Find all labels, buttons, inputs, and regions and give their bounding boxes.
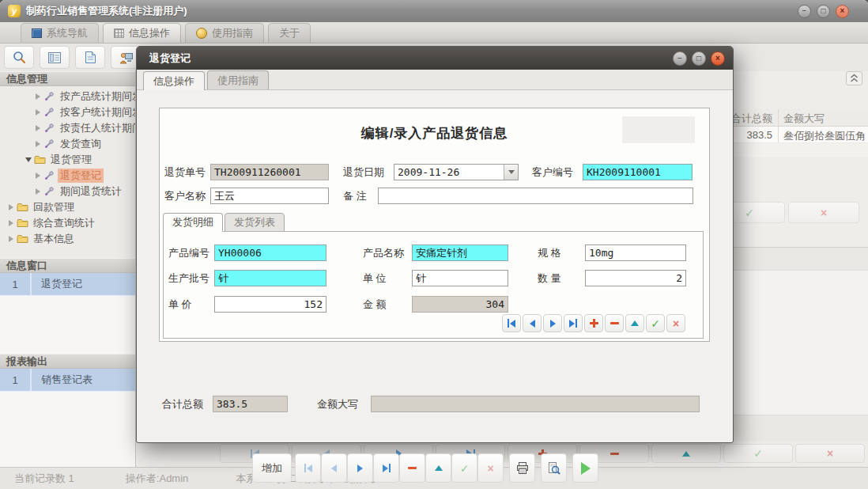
dialog-close-button[interactable]: × <box>711 51 725 66</box>
tree-item-label: 按责任人统计期间发货 <box>58 121 136 135</box>
nav-last-button[interactable] <box>564 314 583 332</box>
tree-item[interactable]: 综合查询统计 <box>0 215 136 231</box>
chevrons-up-icon <box>850 74 859 83</box>
cancel-button[interactable]: × <box>666 314 685 332</box>
nav-first-button[interactable] <box>295 453 321 483</box>
report-output-list: 1销售登记表 <box>0 369 136 467</box>
run-button[interactable] <box>572 453 598 483</box>
product-no-field[interactable] <box>214 244 326 261</box>
nav-next-button[interactable] <box>347 453 373 483</box>
total-amount-label: 合计总额 <box>162 396 203 412</box>
tab-shipping-detail[interactable]: 发货明细 <box>163 213 223 232</box>
move-up-button[interactable] <box>425 453 451 483</box>
nav-next-button[interactable] <box>543 314 562 332</box>
return-no-label: 退货单号 <box>164 164 206 180</box>
collapse-panel-button[interactable] <box>846 71 862 85</box>
nav-first-button[interactable] <box>502 314 521 332</box>
nav-prev-button[interactable] <box>523 314 542 332</box>
bg-cancel-button[interactable]: × <box>788 202 859 223</box>
product-name-field[interactable] <box>412 244 508 261</box>
dialog-tab-user-guide[interactable]: 使用指南 <box>207 70 269 89</box>
amount-caps-field[interactable] <box>371 396 700 412</box>
application-window: y 制药行业销售管理系统(非注册用户) − □ × 系统导航 信息操作 使用指南… <box>0 0 868 489</box>
customer-name-field[interactable] <box>210 188 329 204</box>
folder-icon <box>17 203 28 212</box>
cancel-button[interactable]: × <box>477 453 504 483</box>
dropdown-arrow-icon[interactable] <box>504 165 518 180</box>
nav-prev-button[interactable] <box>321 453 347 483</box>
tree-item-label: 基本信息 <box>31 232 77 246</box>
tree-item[interactable]: 期间退货统计 <box>0 184 136 199</box>
expander-icon[interactable] <box>33 109 43 116</box>
expander-icon[interactable] <box>6 220 16 226</box>
section-header-report-output[interactable]: 报表输出 <box>0 354 136 369</box>
cancel-button[interactable]: × <box>795 444 865 463</box>
delete-record-button[interactable] <box>605 314 624 332</box>
return-date-dropdown[interactable] <box>394 164 519 180</box>
tree-item[interactable]: 按客户统计期间发货 <box>0 104 136 120</box>
list-item-index: 1 <box>0 273 32 295</box>
customer-no-field[interactable] <box>583 164 693 180</box>
expander-icon[interactable] <box>24 157 33 162</box>
customer-name-label: 客户名称 <box>164 188 206 204</box>
dialog-titlebar: 退货登记 − □ × <box>137 47 733 70</box>
tree-item[interactable]: 按产品统计期间发货 <box>0 89 136 104</box>
section-header-info-mgmt[interactable]: 信息管理 <box>0 71 135 86</box>
detail-panel: 产品编号 产品名称 规 格 生产批号 单 位 数 量 单 价 金 额 <box>163 231 704 339</box>
unit-label: 单 位 <box>363 270 387 286</box>
print-button[interactable] <box>509 453 535 483</box>
amount-field[interactable] <box>412 296 508 313</box>
section-header-info-window[interactable]: 信息窗口 <box>0 258 136 273</box>
tree-item-label: 发货查询 <box>58 137 104 151</box>
quantity-field[interactable] <box>585 270 686 286</box>
unit-price-field[interactable] <box>214 296 326 313</box>
tree-item[interactable]: 按责任人统计期间发货 <box>0 120 136 136</box>
add-record-button[interactable] <box>584 314 603 332</box>
expander-icon[interactable] <box>33 188 43 195</box>
tree-item[interactable]: 回款管理 <box>0 199 136 215</box>
confirm-button[interactable]: ✓ <box>646 314 665 332</box>
tree-item[interactable]: 退货登记 <box>0 168 136 184</box>
nav-last-button[interactable] <box>373 453 399 483</box>
expander-icon[interactable] <box>33 172 43 179</box>
tab-shipping-list[interactable]: 发货列表 <box>225 213 285 232</box>
folder-icon <box>17 218 28 228</box>
tree-item[interactable]: 发货查询 <box>0 136 136 152</box>
return-date-field[interactable] <box>394 165 504 180</box>
form-heading: 编辑/录入产品退货信息 <box>160 124 709 142</box>
dialog-tab-info-operation[interactable]: 信息操作 <box>143 71 205 90</box>
spec-field[interactable] <box>585 244 686 261</box>
expander-icon[interactable] <box>33 93 43 100</box>
tree-item[interactable]: 基本信息 <box>0 231 136 247</box>
expander-icon[interactable] <box>6 236 16 242</box>
return-no-field[interactable] <box>210 164 329 180</box>
tool-icon <box>43 108 55 117</box>
expander-icon[interactable] <box>33 125 43 131</box>
move-up-button[interactable] <box>625 314 644 332</box>
list-item[interactable]: 1退货登记 <box>0 273 136 296</box>
confirm-button[interactable]: ✓ <box>451 453 477 483</box>
dialog-maximize-button[interactable]: □ <box>692 51 706 66</box>
tree-item-label: 退货管理 <box>48 153 94 167</box>
expander-icon[interactable] <box>33 141 43 147</box>
tree-item-label: 退货登记 <box>58 169 104 183</box>
tool-icon <box>44 187 54 196</box>
dialog-title: 退货登记 <box>149 51 191 66</box>
confirm-button[interactable]: ✓ <box>723 444 793 463</box>
dialog-minimize-button[interactable]: − <box>673 51 687 66</box>
batch-no-field[interactable] <box>214 270 326 286</box>
add-button[interactable]: 增加 <box>252 453 292 483</box>
print-preview-button[interactable] <box>541 453 567 483</box>
delete-record-button[interactable] <box>399 453 425 483</box>
product-name-label: 产品名称 <box>363 244 404 261</box>
tree-item[interactable]: 退货管理 <box>0 152 136 168</box>
grid-header-caps: 金额大写 <box>779 109 868 126</box>
list-item[interactable]: 1销售登记表 <box>0 369 136 392</box>
unit-field[interactable] <box>412 270 508 286</box>
expander-icon[interactable] <box>6 204 16 210</box>
tool-icon <box>44 139 54 149</box>
folder-icon <box>34 155 46 165</box>
tree-item-label: 期间退货统计 <box>58 184 124 199</box>
total-amount-field[interactable] <box>213 396 288 412</box>
remark-field[interactable] <box>378 188 693 204</box>
